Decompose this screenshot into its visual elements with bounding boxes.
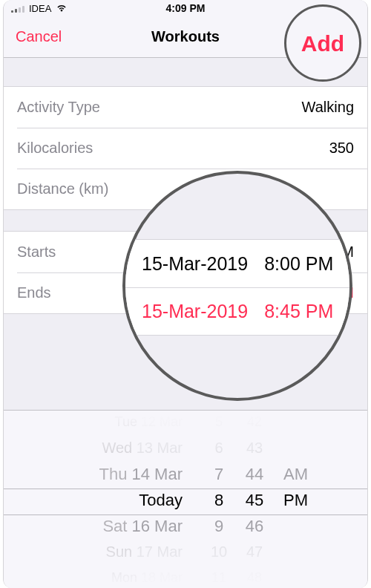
- row-value: Walking: [302, 99, 354, 116]
- magnifier-callout: 15-Mar-2019 8:00 PM 15-Mar-2019 8:45 PM: [122, 171, 352, 401]
- picker-date-item[interactable]: Today: [139, 487, 183, 513]
- kilocalories-row[interactable]: Kilocalories 350: [4, 128, 367, 169]
- row-value: 350: [329, 140, 354, 157]
- starts-row-magnified: 15-Mar-2019 8:00 PM: [125, 240, 349, 287]
- row-label: Distance (km): [17, 180, 108, 197]
- picker-minute-item[interactable]: 46: [246, 513, 263, 539]
- picker-ampm-item[interactable]: AM: [283, 461, 308, 487]
- row-label: Ends: [17, 284, 51, 301]
- row-label: Starts: [17, 244, 56, 261]
- picker-date-item[interactable]: Thu 14 Mar: [99, 461, 183, 487]
- add-button-callout: Add: [284, 4, 361, 82]
- picker-hour-item[interactable]: 8: [214, 487, 223, 513]
- picker-minute-item[interactable]: 45: [246, 487, 263, 513]
- row-label: Kilocalories: [17, 140, 93, 157]
- row-label: Activity Type: [17, 99, 100, 116]
- picker-hour-item[interactable]: 9: [214, 513, 223, 539]
- datetime-picker[interactable]: Tue 12 MarWed 13 MarThu 14 MarTodaySat 1…: [4, 410, 367, 588]
- picker-date-item[interactable]: Sat 16 Mar: [102, 513, 183, 539]
- activity-type-row[interactable]: Activity Type Walking: [4, 87, 367, 128]
- picker-ampm-item[interactable]: PM: [283, 487, 308, 513]
- picker-minute-item[interactable]: 44: [246, 461, 263, 487]
- ends-row-magnified: 15-Mar-2019 8:45 PM: [125, 287, 349, 335]
- picker-hour-item[interactable]: 7: [214, 461, 223, 487]
- cancel-button[interactable]: Cancel: [16, 28, 62, 45]
